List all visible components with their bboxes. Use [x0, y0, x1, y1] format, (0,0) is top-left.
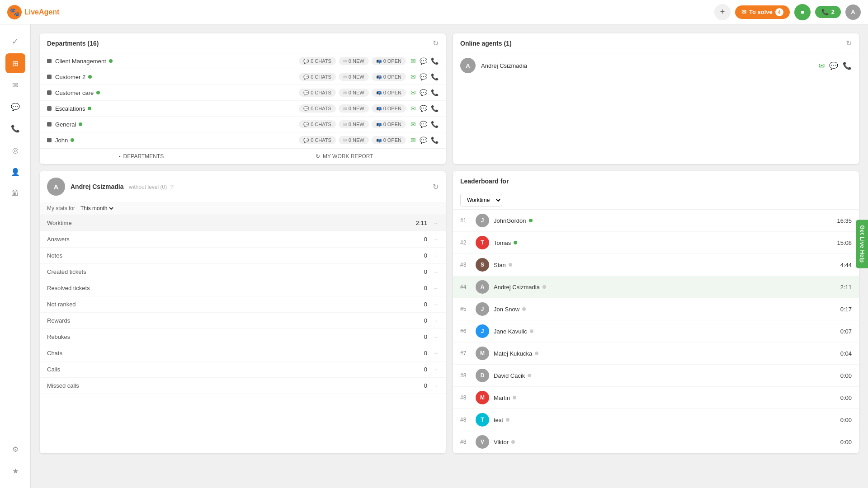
stat-row[interactable]: Not ranked 0 →	[40, 296, 446, 313]
agent-chat-icon[interactable]: 💬	[829, 61, 838, 70]
leaderboard-row[interactable]: #8 M Martin 0:00	[453, 387, 859, 409]
lb-agent-name: Jane Kavulic	[494, 328, 836, 335]
agent-name: Andrej Csizmadia	[481, 62, 813, 69]
department-row[interactable]: John 💬 0 CHATS ✉ 0 NEW 📭 0 OPEN ✉ 💬 📞	[40, 132, 446, 148]
lb-status-dot	[506, 418, 509, 422]
sidebar-item-phone[interactable]: 📞	[5, 118, 25, 138]
agent-mail-icon[interactable]: ✉	[819, 61, 825, 70]
dept-open-stat: 📭 0 OPEN	[372, 120, 406, 128]
my-work-report-button[interactable]: ↻ MY WORK REPORT	[243, 149, 446, 164]
stats-refresh-button[interactable]: ↻	[433, 183, 439, 191]
status-button[interactable]: ■	[794, 4, 811, 20]
dept-phone-icon[interactable]: 📞	[431, 73, 439, 80]
dept-stats: 💬 0 CHATS ✉ 0 NEW 📭 0 OPEN	[299, 136, 406, 144]
leaderboard-row[interactable]: #5 J Jon Snow 0:17	[453, 298, 859, 320]
sidebar-item-contacts[interactable]: 👤	[5, 162, 25, 182]
stat-row[interactable]: Created tickets 0 →	[40, 264, 446, 280]
dept-chat-icon[interactable]: 💬	[420, 73, 427, 80]
dept-phone-icon[interactable]: 📞	[431, 105, 439, 112]
stat-value: 0	[409, 350, 427, 357]
departments-tab-button[interactable]: ▪ DEPARTMENTS	[40, 149, 243, 164]
logo[interactable]: 🐾 LiveAgent	[7, 5, 59, 19]
dept-chat-icon[interactable]: 💬	[420, 136, 427, 144]
calls-button[interactable]: 📞 2	[815, 6, 841, 18]
dept-phone-icon[interactable]: 📞	[431, 136, 439, 144]
sidebar-item-mail[interactable]: ✉	[5, 75, 25, 95]
department-row[interactable]: Customer care 💬 0 CHATS ✉ 0 NEW 📭 0 OPEN…	[40, 85, 446, 101]
lb-status-dot	[514, 241, 517, 244]
phone-icon: 📞	[821, 9, 829, 15]
lb-rank: #1	[460, 217, 471, 224]
leaderboard-row[interactable]: #3 S Stan 4:44	[453, 254, 859, 276]
lb-rank: #7	[460, 350, 471, 357]
lb-status-dot	[530, 329, 533, 333]
dept-mail-icon[interactable]: ✉	[410, 121, 416, 128]
stat-row[interactable]: Resolved tickets 0 →	[40, 280, 446, 296]
dept-phone-icon[interactable]: 📞	[431, 57, 439, 65]
departments-refresh-button[interactable]: ↻	[433, 39, 439, 47]
dept-phone-icon[interactable]: 📞	[431, 121, 439, 128]
dept-mail-icon[interactable]: ✉	[410, 57, 416, 65]
agent-row: A Andrej Csizmadia ✉ 💬 📞	[453, 53, 859, 78]
lb-avatar: A	[476, 280, 489, 294]
online-agents-refresh-button[interactable]: ↻	[846, 39, 852, 47]
stats-agent-info: Andrej Csizmadia without level (0) ?	[71, 183, 174, 190]
stat-row[interactable]: Chats 0 →	[40, 345, 446, 361]
leaderboard-row[interactable]: #2 T Tomas 15:08	[453, 232, 859, 254]
my-stats-panel: A Andrej Csizmadia without level (0) ? ↻…	[40, 171, 446, 453]
leaderboard-row[interactable]: #8 T test 0:00	[453, 409, 859, 431]
department-row[interactable]: Customer 2 💬 0 CHATS ✉ 0 NEW 📭 0 OPEN ✉ …	[40, 69, 446, 85]
leaderboard-filter-select[interactable]: Worktime Answers Chats	[460, 194, 502, 206]
dept-chats-stat: 💬 0 CHATS	[299, 136, 336, 144]
dept-open-stat: 📭 0 OPEN	[372, 57, 406, 65]
dept-stats: 💬 0 CHATS ✉ 0 NEW 📭 0 OPEN	[299, 120, 406, 128]
leaderboard-row[interactable]: #6 J Jane Kavulic 0:07	[453, 320, 859, 343]
live-help-tab[interactable]: Get Live Help	[856, 220, 868, 268]
dept-mail-icon[interactable]: ✉	[410, 89, 416, 96]
help-icon[interactable]: ?	[170, 183, 174, 190]
stat-row[interactable]: Answers 0 →	[40, 231, 446, 248]
sidebar-item-settings[interactable]: ⚙	[5, 439, 25, 459]
dept-action-icons: ✉ 💬 📞	[410, 73, 439, 80]
departments-panel: Departments (16) ↻ Client Management 💬 0…	[40, 33, 446, 164]
dept-mail-icon[interactable]: ✉	[410, 105, 416, 112]
sidebar-item-check[interactable]: ✓	[5, 32, 25, 52]
leaderboard-row[interactable]: #4 A Andrej Csizmadia 2:11	[453, 276, 859, 298]
stat-row[interactable]: Rebukes 0 →	[40, 329, 446, 345]
sidebar-item-chat[interactable]: 💬	[5, 97, 25, 117]
user-avatar[interactable]: A	[845, 5, 861, 20]
stat-row[interactable]: Rewards 0 →	[40, 313, 446, 329]
sidebar-item-dashboard[interactable]: ⊞	[5, 53, 25, 73]
stats-filter-select[interactable]: This month Today This week	[79, 205, 115, 212]
dept-chat-icon[interactable]: 💬	[420, 89, 427, 96]
add-button[interactable]: +	[714, 4, 731, 20]
stat-row[interactable]: Missed calls 0 →	[40, 378, 446, 394]
dept-chat-icon[interactable]: 💬	[420, 121, 427, 128]
leaderboard-title: Leaderboard for	[460, 178, 509, 185]
dept-chat-icon[interactable]: 💬	[420, 57, 427, 65]
leaderboard-row[interactable]: #1 J JohnGordon 16:35	[453, 210, 859, 232]
new-stat-icon: ✉	[343, 106, 347, 111]
stat-row[interactable]: Calls 0 →	[40, 361, 446, 378]
leaderboard-row[interactable]: #7 M Matej Kukucka 0:04	[453, 343, 859, 365]
sidebar-item-upgrade[interactable]: ★	[5, 461, 25, 462]
dept-chat-icon[interactable]: 💬	[420, 105, 427, 112]
online-agents-header: Online agents (1) ↻	[453, 33, 859, 53]
agent-phone-icon[interactable]: 📞	[843, 61, 852, 70]
sidebar-item-knowledgebase[interactable]: 🏛	[5, 183, 25, 203]
department-row[interactable]: Escalations 💬 0 CHATS ✉ 0 NEW 📭 0 OPEN ✉…	[40, 101, 446, 117]
stat-row[interactable]: Worktime 2:11 →	[40, 215, 446, 231]
to-solve-badge: 4	[775, 8, 783, 16]
leaderboard-row[interactable]: #8 V Viktor 0:00	[453, 431, 859, 453]
dept-mail-icon[interactable]: ✉	[410, 73, 416, 80]
leaderboard-row[interactable]: #8 D David Cacik 0:00	[453, 365, 859, 387]
to-solve-button[interactable]: ✉ To solve 4	[735, 5, 790, 19]
sidebar-item-reports[interactable]: ◎	[5, 140, 25, 160]
dept-phone-icon[interactable]: 📞	[431, 89, 439, 96]
stat-row[interactable]: Notes 0 →	[40, 248, 446, 264]
dept-mail-icon[interactable]: ✉	[410, 136, 416, 144]
stats-level: without level (0)	[129, 184, 167, 190]
stats-filter: My stats for This month Today This week	[40, 202, 446, 215]
department-row[interactable]: Client Management 💬 0 CHATS ✉ 0 NEW 📭 0 …	[40, 53, 446, 69]
department-row[interactable]: General 💬 0 CHATS ✉ 0 NEW 📭 0 OPEN ✉ 💬 📞	[40, 117, 446, 132]
